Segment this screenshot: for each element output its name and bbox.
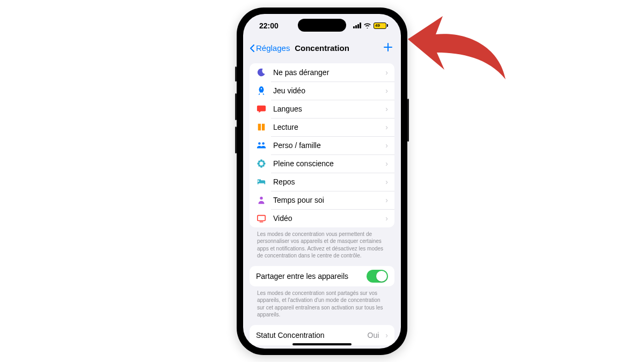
share-row[interactable]: Partager entre les appareils: [250, 266, 394, 286]
focus-row[interactable]: Ne pas déranger ›: [250, 63, 394, 82]
focus-row-label: Repos: [273, 178, 379, 186]
screen: 22:00 49⚡ Réglages Concentration: [243, 14, 401, 349]
status-label: Statut Concentration: [256, 331, 361, 339]
back-button[interactable]: Réglages: [250, 43, 290, 53]
share-footer: Les modes de concentration sont partagés…: [250, 286, 394, 325]
focus-row[interactable]: Vidéo ›: [250, 209, 394, 227]
share-toggle[interactable]: [367, 270, 388, 283]
side-button: [235, 93, 237, 120]
focus-list: Ne pas déranger › Jeu vidéo › Langues › …: [250, 63, 394, 227]
moon-icon: [256, 67, 267, 78]
focus-row[interactable]: Temps pour soi ›: [250, 191, 394, 209]
svg-point-7: [258, 160, 260, 162]
rocket-icon: [256, 85, 267, 96]
chevron-right-icon: ›: [385, 105, 388, 113]
flower-icon: [256, 158, 267, 169]
book-icon: [256, 122, 267, 132]
focus-row-label: Temps pour soi: [273, 196, 379, 204]
svg-point-3: [260, 159, 263, 162]
chevron-right-icon: ›: [385, 159, 388, 168]
focus-row[interactable]: Perso / famille ›: [250, 136, 394, 154]
plus-icon: [383, 42, 393, 53]
focus-row[interactable]: Repos ›: [250, 173, 394, 191]
svg-point-4: [260, 165, 263, 168]
status-group: Statut Concentration Oui ›: [250, 325, 394, 345]
svg-point-1: [258, 142, 261, 145]
status-footer: Lorsque vous autorisez une app, celle-ci…: [250, 345, 394, 349]
focus-row-label: Jeu vidéo: [273, 86, 379, 95]
chevron-left-icon: [250, 44, 255, 53]
svg-point-12: [260, 196, 262, 199]
tv-icon: [256, 213, 267, 224]
svg-point-10: [262, 164, 265, 166]
chevron-right-icon: ›: [385, 123, 388, 131]
people-icon: [256, 140, 267, 151]
focus-row-label: Pleine conscience: [273, 159, 379, 168]
focus-footer: Les modes de concentration vous permette…: [250, 227, 394, 266]
back-label: Réglages: [256, 43, 290, 53]
side-button: [235, 127, 237, 153]
focus-row[interactable]: Jeu vidéo ›: [250, 82, 394, 100]
status-right: 49⚡: [353, 23, 388, 29]
svg-point-2: [262, 142, 265, 145]
focus-row-label: Perso / famille: [273, 141, 379, 150]
status-value: Oui: [368, 331, 379, 339]
chat-icon: [256, 104, 267, 114]
phone-frame: 22:00 49⚡ Réglages Concentration: [237, 8, 407, 355]
bed-icon: [256, 176, 267, 187]
focus-row-label: Lecture: [273, 123, 379, 131]
person-icon: [256, 195, 267, 205]
focus-row-label: Langues: [273, 105, 379, 113]
chevron-right-icon: ›: [385, 68, 388, 77]
svg-point-0: [261, 88, 262, 89]
status-time: 22:00: [259, 21, 279, 30]
battery-level: 49: [375, 23, 380, 28]
share-group: Partager entre les appareils: [250, 266, 394, 286]
chevron-right-icon: ›: [385, 196, 388, 204]
focus-row[interactable]: Langues ›: [250, 100, 394, 118]
add-button[interactable]: [382, 42, 394, 55]
svg-point-9: [258, 164, 260, 166]
signal-icon: [353, 23, 361, 28]
focus-row-label: Ne pas déranger: [273, 68, 379, 77]
svg-point-5: [257, 162, 260, 165]
svg-rect-13: [258, 215, 265, 220]
chevron-right-icon: ›: [385, 331, 388, 339]
focus-row-label: Vidéo: [273, 214, 379, 223]
side-button: [407, 99, 409, 142]
svg-point-6: [263, 162, 266, 165]
focus-row[interactable]: Lecture ›: [250, 118, 394, 136]
chevron-right-icon: ›: [385, 178, 388, 186]
chevron-right-icon: ›: [385, 86, 388, 95]
chevron-right-icon: ›: [385, 141, 388, 150]
svg-point-11: [260, 162, 262, 165]
nav-bar: Réglages Concentration: [243, 38, 401, 59]
focus-row[interactable]: Pleine conscience ›: [250, 154, 394, 173]
content: Ne pas déranger › Jeu vidéo › Langues › …: [243, 59, 401, 349]
battery-icon: 49⚡: [374, 23, 388, 29]
home-indicator: [292, 343, 352, 345]
wifi-icon: [363, 23, 371, 28]
svg-point-8: [262, 160, 265, 162]
side-button: [235, 67, 237, 82]
arrow-annotation: [397, 10, 521, 101]
status-row[interactable]: Statut Concentration Oui ›: [250, 325, 394, 345]
chevron-right-icon: ›: [385, 214, 388, 223]
page-title: Concentration: [295, 43, 349, 53]
share-label: Partager entre les appareils: [256, 272, 360, 280]
dynamic-island: [298, 19, 346, 32]
